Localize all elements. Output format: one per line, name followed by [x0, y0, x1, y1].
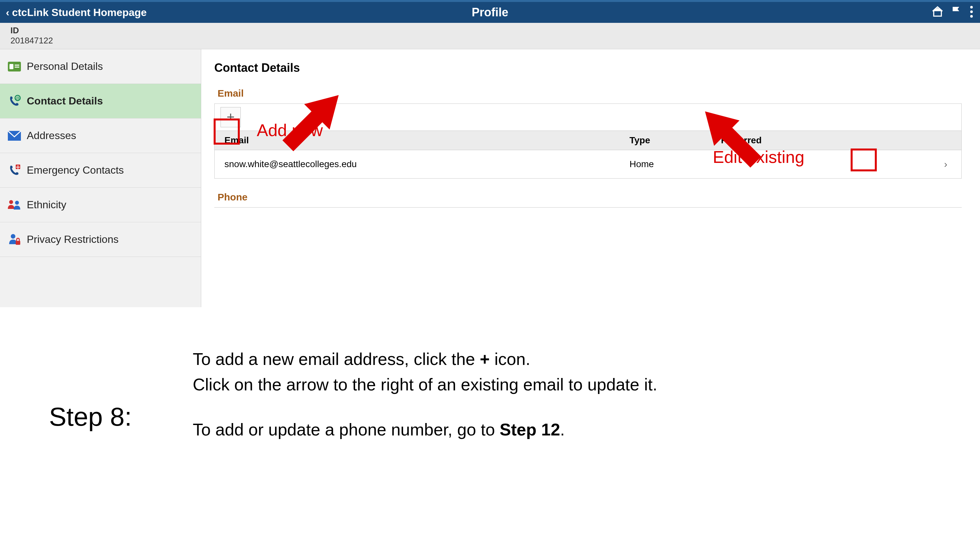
email-cell-address: snow.white@seattlecolleges.edu	[224, 159, 630, 170]
back-button-label: ctcLink Student Homepage	[12, 6, 147, 19]
instructions-block: To add a new email address, click the + …	[0, 346, 980, 442]
sidebar-item-label: Ethnicity	[27, 199, 66, 211]
chevron-left-icon: ‹	[6, 6, 10, 19]
email-row[interactable]: snow.white@seattlecolleges.edu Home ›	[215, 150, 961, 178]
instruction-text: To add a new email address, click the	[193, 349, 480, 368]
person-lock-icon	[7, 232, 22, 247]
chevron-right-icon: ›	[944, 159, 947, 170]
instruction-text: icon.	[490, 349, 530, 368]
sidebar-item-emergency-contacts[interactable]: Emergency Contacts	[0, 153, 201, 188]
flag-icon[interactable]	[950, 5, 963, 20]
sidebar-item-label: Privacy Restrictions	[27, 233, 119, 246]
kebab-menu-icon[interactable]	[969, 5, 974, 20]
svg-rect-5	[15, 65, 19, 66]
sidebar-item-label: Emergency Contacts	[27, 164, 124, 176]
sidebar-item-ethnicity[interactable]: Ethnicity	[0, 188, 201, 222]
svg-rect-6	[15, 67, 19, 68]
svg-point-13	[11, 234, 15, 238]
home-icon[interactable]	[931, 5, 944, 20]
page-header-title: Profile	[0, 6, 980, 19]
svg-point-2	[970, 15, 973, 17]
instruction-step12-bold: Step 12	[500, 420, 560, 439]
id-bar: ID 201847122	[0, 23, 980, 49]
svg-text:@: @	[16, 96, 20, 100]
instruction-text: Click on the arrow to the right of an ex…	[193, 372, 980, 397]
id-label: ID	[10, 25, 970, 36]
instruction-text: .	[560, 420, 565, 439]
sidebar: Personal Details @ Contact Details Addre…	[0, 49, 201, 307]
id-value: 201847122	[10, 36, 970, 46]
svg-point-11	[9, 200, 13, 204]
people-icon	[7, 198, 22, 212]
main-content: Contact Details Email + Email Type Prefe…	[201, 49, 980, 307]
page-title: Contact Details	[214, 61, 962, 75]
instruction-text: To add or update a phone number, go to	[193, 420, 500, 439]
svg-point-1	[970, 10, 973, 13]
id-card-icon	[7, 59, 22, 74]
annotation-highlight-edit	[851, 149, 877, 171]
svg-point-0	[970, 6, 973, 8]
svg-rect-4	[10, 64, 13, 69]
sidebar-item-contact-details[interactable]: @ Contact Details	[0, 84, 201, 119]
sidebar-item-label: Contact Details	[27, 95, 103, 107]
phone-at-icon: @	[7, 94, 22, 108]
svg-point-12	[15, 201, 19, 205]
phone-medical-icon	[7, 163, 22, 178]
edit-email-arrow[interactable]: ›	[940, 158, 951, 170]
sidebar-item-label: Addresses	[27, 130, 76, 142]
sidebar-item-privacy-restrictions[interactable]: Privacy Restrictions	[0, 222, 201, 257]
sidebar-item-personal-details[interactable]: Personal Details	[0, 49, 201, 84]
phone-section-label: Phone	[218, 192, 962, 203]
top-bar: ‹ ctcLink Student Homepage Profile	[0, 0, 980, 23]
sidebar-item-addresses[interactable]: Addresses	[0, 119, 201, 153]
envelope-icon	[7, 129, 22, 143]
instruction-plus-bold: +	[480, 349, 490, 368]
annotation-highlight-add	[214, 119, 240, 144]
back-button[interactable]: ‹ ctcLink Student Homepage	[6, 6, 147, 19]
sidebar-item-label: Personal Details	[27, 60, 103, 73]
step-label: Step 8:	[49, 402, 132, 432]
svg-rect-14	[16, 241, 20, 245]
email-cell-type: Home	[630, 159, 721, 170]
